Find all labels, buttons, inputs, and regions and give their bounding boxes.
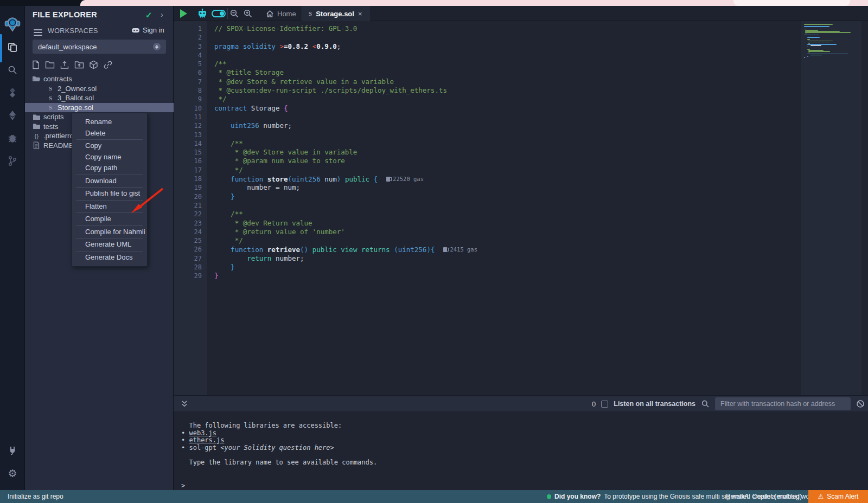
file-toolbar [31, 60, 113, 69]
listen-checkbox[interactable] [601, 401, 608, 408]
copilot-toggle[interactable] [212, 10, 226, 17]
sidebar-item-solidity-compiler[interactable] [0, 81, 25, 105]
close-tab-icon[interactable]: × [358, 10, 362, 18]
folder-open-icon [31, 75, 41, 82]
menu-item-copy-name[interactable]: Copy name [72, 152, 147, 163]
tree-item-contracts[interactable]: contracts [25, 74, 174, 84]
terminal-prompt[interactable]: > [181, 482, 185, 489]
gas-estimate-badge: 2415 gas [443, 245, 477, 254]
upload-folder-icon[interactable] [74, 60, 84, 69]
tree-item-storage-sol[interactable]: SStorage.sol [25, 103, 174, 113]
sidebar-item-git[interactable] [0, 149, 25, 173]
menu-divider [76, 139, 143, 140]
transaction-count: 0 [592, 400, 596, 408]
gas-pump-icon [386, 177, 390, 182]
solidity-file-icon: S [309, 10, 312, 17]
transaction-filter-input[interactable] [715, 397, 851, 410]
menu-item-delete[interactable]: Delete [72, 128, 147, 139]
zoom-out-icon[interactable] [229, 9, 239, 18]
remixai-robot-icon[interactable] [196, 8, 208, 19]
new-folder-icon[interactable] [45, 60, 55, 69]
workspace-select[interactable]: default_workspace [33, 40, 166, 54]
braces-icon: { } [31, 133, 41, 139]
line-numbers: 1234567891011121314151617181920212223242… [174, 24, 202, 281]
ipfs-cube-icon[interactable] [89, 60, 98, 69]
solidity-icon [8, 87, 17, 98]
main-area: Home S Storage.sol × 1234567891011121314… [174, 6, 868, 490]
tree-item-3-ballot-sol[interactable]: S3_Ballot.sol [25, 93, 174, 103]
search-icon [7, 65, 18, 75]
new-file-icon[interactable] [31, 60, 40, 69]
terminal-header: 0 Listen on all transactions [174, 395, 868, 411]
menu-divider [76, 251, 143, 252]
menu-item-copy-path[interactable]: Copy path [72, 163, 147, 174]
tip-title: Did you know? [554, 493, 601, 500]
warning-icon: ⚠ [818, 493, 824, 500]
sidebar-item-search[interactable] [0, 58, 25, 82]
sidebar-item-plugin-manager[interactable] [0, 438, 25, 462]
lightbulb-icon [547, 494, 551, 499]
copilot-status[interactable]: RemixAI Copilot (enabled) [726, 493, 802, 500]
library-link[interactable]: ethers.js [189, 436, 224, 444]
workspaces-menu-icon[interactable] [34, 28, 42, 37]
terminal[interactable]: The following libraries are accessible:•… [174, 411, 868, 491]
file-icon [31, 141, 41, 149]
workspaces-label: WORKSPACES [48, 27, 98, 35]
select-caret-icon [153, 43, 161, 50]
sidebar-item-file-explorer[interactable] [0, 35, 25, 59]
sol-icon: S [46, 85, 55, 92]
minimap[interactable] [801, 21, 861, 395]
folder-icon [31, 123, 41, 130]
sidebar-item-settings[interactable]: ⚙ [0, 461, 25, 485]
terminal-output: The following libraries are accessible:•… [181, 422, 377, 466]
zoom-in-icon[interactable] [243, 9, 253, 18]
gear-icon: ⚙ [8, 467, 17, 480]
sign-in-button[interactable]: Sign in [131, 26, 164, 34]
check-icon: ✓ [145, 10, 152, 20]
clear-console-icon[interactable] [856, 399, 865, 408]
run-script-button[interactable] [180, 9, 187, 18]
files-icon [7, 42, 18, 53]
annotation-arrow [126, 183, 168, 218]
plug-icon [7, 445, 18, 456]
workspace-selected-value: default_workspace [38, 43, 97, 51]
git-init-button[interactable]: Initialize as git repo [8, 493, 63, 500]
ethereum-deploy-icon [8, 110, 17, 121]
chevron-right-icon[interactable]: › [161, 10, 163, 19]
menu-divider [76, 238, 143, 238]
tab-storage-sol[interactable]: S Storage.sol × [302, 6, 369, 21]
toolbar-separator [227, 8, 228, 19]
git-branch-icon [8, 156, 17, 166]
menu-item-rename[interactable]: Rename [72, 117, 147, 128]
menu-divider [76, 175, 143, 175]
tab-home[interactable]: Home [258, 6, 304, 21]
tab-home-label: Home [277, 10, 296, 18]
upload-file-icon[interactable] [60, 60, 69, 69]
menu-item-copy[interactable]: Copy [72, 140, 147, 152]
menu-item-generate-docs[interactable]: Generate Docs [72, 252, 147, 263]
editor-tabbar: Home S Storage.sol × [174, 6, 868, 21]
expand-terminal-icon[interactable] [180, 399, 189, 408]
home-icon [266, 10, 274, 18]
library-link[interactable]: web3.js [189, 429, 216, 437]
github-icon [131, 27, 140, 34]
sidebar-item-deploy-run[interactable] [0, 104, 25, 127]
bug-icon [7, 133, 18, 144]
gas-pump-icon [443, 247, 447, 252]
tree-item-2-owner-sol[interactable]: S2_Owner.sol [25, 84, 174, 94]
code-content: // SPDX-License-Identifier: GPL-3.0pragm… [214, 24, 477, 281]
tab-storage-label: Storage.sol [316, 10, 354, 18]
code-editor[interactable]: 1234567891011121314151617181920212223242… [174, 21, 868, 395]
menu-item-generate-uml[interactable]: Generate UML [72, 239, 147, 250]
sign-in-label: Sign in [143, 26, 164, 34]
sol-icon: S [46, 104, 55, 111]
scam-alert-label: Scam Alert [827, 493, 858, 500]
scam-alert-button[interactable]: ⚠ Scam Alert [808, 490, 868, 503]
activity-bar: ⚙ [0, 6, 25, 490]
menu-item-compile-for-nahmii[interactable]: Compile for Nahmii [72, 227, 147, 238]
terminal-search-icon [701, 399, 710, 408]
status-bar: Initialize as git repo Did you know? To … [0, 490, 868, 503]
link-icon[interactable] [103, 60, 113, 69]
remix-logo-icon [0, 10, 25, 38]
sidebar-item-debugger[interactable] [0, 126, 25, 150]
